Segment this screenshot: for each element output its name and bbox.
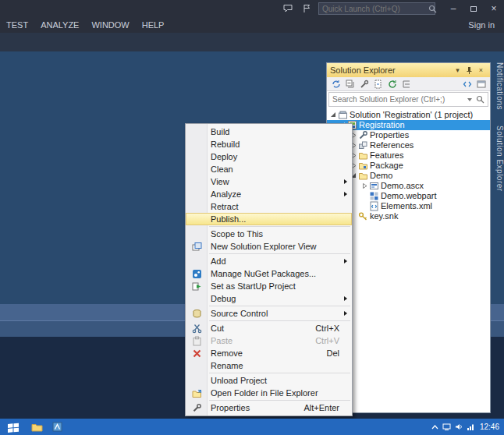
menu-separator <box>209 320 350 321</box>
nest-files-icon[interactable] <box>400 79 412 90</box>
menu-item-deploy[interactable]: Deploy <box>186 150 352 163</box>
taskbar: 12:46 <box>0 419 504 435</box>
expander-collapsed-icon[interactable] <box>360 182 368 190</box>
view-code-icon[interactable] <box>461 79 473 90</box>
tree-item-label: Demo <box>369 171 392 181</box>
tree-item-solution[interactable]: Solution 'Registration' (1 project) <box>327 110 490 120</box>
sign-in-link[interactable]: Sign in <box>459 20 504 30</box>
close-button[interactable]: × <box>484 2 504 16</box>
folder-icon <box>357 150 369 161</box>
tree-item-label: Solution 'Registration' (1 project) <box>349 110 473 120</box>
search-icon[interactable] <box>476 95 484 104</box>
expander-expanded-icon[interactable] <box>329 111 337 119</box>
webpart-icon <box>368 191 380 201</box>
menu-item-cut[interactable]: CutCtrl+X <box>186 322 352 334</box>
chevron-down-icon[interactable] <box>467 98 472 101</box>
references-icon <box>357 140 369 150</box>
menu-item-unload-project[interactable]: Unload Project <box>186 374 352 387</box>
app-icon[interactable] <box>47 419 67 435</box>
minimize-button[interactable]: – <box>443 2 463 16</box>
tree-item-label: Properties <box>369 130 409 140</box>
submenu-arrow-icon <box>344 192 347 196</box>
menu-item-label: Set as StartUp Project <box>208 280 296 292</box>
menu-icon-slot <box>186 242 208 252</box>
new-view-icon <box>192 242 202 252</box>
folder-open-icon <box>357 171 369 181</box>
tab-solution-explorer[interactable]: Solution Explorer <box>491 118 504 200</box>
submenu-arrow-icon <box>344 311 347 316</box>
tab-notifications[interactable]: Notifications <box>491 55 504 118</box>
feedback-icon[interactable] <box>281 2 295 15</box>
menu-help[interactable]: HELP <box>136 17 171 33</box>
menu-item-source-control[interactable]: Source Control <box>186 307 352 320</box>
menu-item-label: Rename <box>208 359 243 372</box>
preview-icon[interactable] <box>475 79 487 90</box>
menu-item-add[interactable]: Add <box>186 255 352 267</box>
menu-test[interactable]: TEST <box>0 17 34 33</box>
menu-item-properties[interactable]: PropertiesAlt+Enter <box>186 401 352 414</box>
menu-item-build[interactable]: Build <box>186 126 352 138</box>
search-input[interactable] <box>329 95 467 104</box>
tray-up-arrow-icon[interactable] <box>431 424 438 430</box>
taskbar-clock[interactable]: 12:46 <box>478 423 499 431</box>
menu-icon-slot <box>186 324 208 334</box>
menu-item-paste[interactable]: PasteCtrl+V <box>186 334 352 347</box>
notifications-flag-icon[interactable] <box>300 2 314 15</box>
expander-placeholder <box>360 202 368 210</box>
menu-item-new-solution-explorer-view[interactable]: New Solution Explorer View <box>186 240 352 253</box>
menu-separator <box>209 306 350 306</box>
tree-item-label: Package <box>369 161 403 171</box>
menu-item-set-as-startup-project[interactable]: Set as StartUp Project <box>186 280 352 292</box>
side-tab-strip: Notifications Solution Explorer <box>491 55 504 200</box>
close-icon[interactable]: × <box>475 65 487 76</box>
network-icon[interactable] <box>467 423 474 430</box>
menu-item-view[interactable]: View <box>186 175 352 188</box>
speaker-icon[interactable] <box>455 423 463 430</box>
pin-icon[interactable] <box>463 65 475 76</box>
menu-item-clean[interactable]: Clean <box>186 163 352 175</box>
system-tray: 12:46 <box>431 423 504 431</box>
menu-window[interactable]: WINDOW <box>85 17 135 33</box>
search-icon <box>428 5 437 13</box>
collapse-all-icon[interactable] <box>344 79 356 90</box>
menu-item-label: Build <box>208 126 229 138</box>
menu-item-rename[interactable]: Rename <box>186 359 352 372</box>
refresh-icon[interactable] <box>386 79 398 90</box>
menu-item-label: Paste <box>208 334 232 347</box>
menu-item-retract[interactable]: Retract <box>186 200 352 213</box>
key-icon <box>357 211 369 221</box>
window-position-icon[interactable]: ▾ <box>452 65 463 76</box>
menu-item-label: Debug <box>208 292 236 305</box>
menu-item-analyze[interactable]: Analyze <box>186 188 352 200</box>
menu-item-scope-to-this[interactable]: Scope to This <box>186 228 352 240</box>
menu-item-rebuild[interactable]: Rebuild <box>186 138 352 150</box>
nuget-icon <box>192 269 202 279</box>
show-all-files-icon[interactable] <box>372 79 384 90</box>
menu-item-manage-nuget-packages[interactable]: Manage NuGet Packages... <box>186 267 352 280</box>
restore-button[interactable] <box>463 2 484 16</box>
tree-item-label: key.snk <box>369 211 398 221</box>
properties-icon[interactable] <box>358 79 370 90</box>
file-explorer-icon[interactable] <box>27 419 47 435</box>
expander-placeholder <box>360 192 368 200</box>
menu-item-label: Manage NuGet Packages... <box>208 267 316 280</box>
scissors-icon <box>192 324 202 334</box>
menu-icon-slot <box>186 403 208 413</box>
menu-analyze[interactable]: ANALYZE <box>34 17 85 33</box>
quick-launch-input[interactable] <box>319 5 428 13</box>
solution-explorer-titlebar[interactable]: Solution Explorer ▾ × <box>327 63 490 77</box>
menu-item-publish[interactable]: Publish... <box>186 213 352 225</box>
sync-icon[interactable] <box>330 79 342 90</box>
clipboard-icon <box>192 336 202 346</box>
start-button[interactable] <box>0 419 27 435</box>
visual-studio-window: – × TEST ANALYZE WINDOW HELP Sign in Not… <box>0 0 504 435</box>
status-icon[interactable] <box>442 423 451 430</box>
package-icon <box>357 161 369 171</box>
menu-item-label: Clean <box>208 163 233 175</box>
menu-item-label: Add <box>208 255 226 267</box>
menu-item-debug[interactable]: Debug <box>186 292 352 305</box>
menu-item-remove[interactable]: RemoveDel <box>186 347 352 359</box>
menu-item-label: Retract <box>208 200 238 213</box>
tree-item-label: Features <box>369 150 403 161</box>
menu-item-open-folder-in-file-explorer[interactable]: Open Folder in File Explorer <box>186 387 352 399</box>
